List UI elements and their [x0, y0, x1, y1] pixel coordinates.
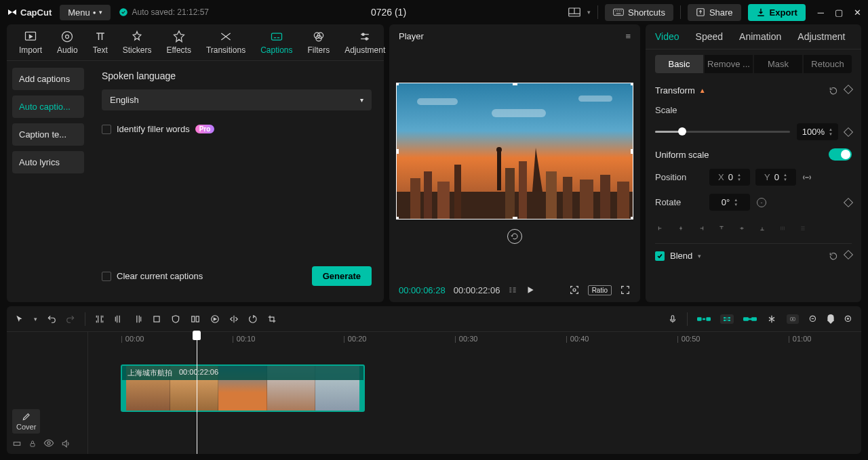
tab-import[interactable]: Import [12, 28, 49, 56]
zoom-out-icon[interactable] [808, 314, 818, 324]
keyframe-icon[interactable] [844, 197, 853, 207]
snap-icon[interactable] [766, 314, 777, 324]
timeline-ruler[interactable]: 00:00 00:10 00:20 00:30 00:40 00:50 01:0… [88, 332, 861, 347]
subtab-basic[interactable]: Basic [655, 55, 703, 73]
blend-toggle[interactable]: Blend ▾ [655, 251, 701, 261]
chevron-down-icon[interactable]: ▾ [34, 316, 37, 322]
player-canvas[interactable] [389, 48, 640, 278]
subtab-remove[interactable]: Remove ... [705, 55, 753, 73]
resize-handle[interactable] [513, 217, 517, 219]
language-select[interactable]: English ▾ [102, 89, 372, 110]
align-right-icon[interactable] [696, 223, 707, 234]
list-icon[interactable] [508, 285, 517, 295]
tab-transitions[interactable]: Transitions [199, 28, 252, 56]
magnet-main-icon[interactable] [697, 315, 711, 323]
track-collapse-icon[interactable] [12, 439, 22, 448]
link-clips-icon[interactable] [743, 315, 757, 323]
position-y-input[interactable]: Y0▲▼ [755, 169, 796, 186]
scale-value[interactable]: 100% ▲▼ [797, 123, 838, 140]
lock-icon[interactable] [28, 439, 37, 448]
subtab-retouch[interactable]: Retouch [804, 55, 852, 73]
trim-right-icon[interactable] [133, 314, 142, 325]
tab-adjustment[interactable]: Adjustment [338, 28, 392, 56]
identify-filler-toggle[interactable]: Identify filler words Pro [102, 124, 372, 134]
ratio-button[interactable]: Ratio [588, 285, 612, 295]
resize-handle[interactable] [396, 83, 399, 85]
reset-icon[interactable] [829, 251, 838, 261]
scan-icon[interactable] [569, 285, 580, 295]
keyframe-icon[interactable] [844, 127, 853, 136]
tab-speed-inspector[interactable]: Speed [696, 31, 723, 42]
chevron-down-icon[interactable]: ▾ [587, 9, 591, 16]
resize-handle[interactable] [396, 149, 399, 154]
maximize-button[interactable]: ▢ [835, 7, 843, 18]
cursor-tool-icon[interactable] [15, 314, 24, 324]
mic-icon[interactable] [668, 314, 677, 324]
tab-text[interactable]: Text [86, 28, 115, 56]
preview-mode-icon[interactable] [787, 314, 799, 324]
layout-icon[interactable] [568, 7, 580, 17]
shortcuts-button[interactable]: Shortcuts [605, 4, 673, 21]
tab-captions[interactable]: Captions [254, 28, 299, 56]
generate-button[interactable]: Generate [312, 266, 372, 286]
resize-handle[interactable] [513, 83, 517, 85]
tab-stickers[interactable]: Stickers [116, 28, 159, 56]
sidebar-auto-lyrics[interactable]: Auto lyrics [12, 151, 84, 173]
uniform-scale-toggle[interactable] [829, 148, 852, 161]
subtab-mask[interactable]: Mask [754, 55, 802, 73]
playhead[interactable] [197, 332, 197, 454]
sidebar-auto-captions[interactable]: Auto captio... [12, 96, 84, 118]
eye-icon[interactable] [43, 439, 54, 447]
magnet-auto-icon[interactable] [720, 314, 734, 324]
align-hcenter-icon[interactable] [675, 223, 686, 234]
clear-captions-toggle[interactable]: Clear current captions [102, 271, 203, 281]
zoom-slider-thumb[interactable] [827, 314, 834, 324]
video-clip[interactable]: 上海城市航拍 00:00:22:06 [121, 364, 365, 412]
speaker-icon[interactable] [61, 439, 71, 448]
zoom-in-icon[interactable] [844, 314, 853, 324]
play-icon[interactable] [526, 285, 535, 295]
crop-tool-icon[interactable] [267, 314, 277, 324]
undo-icon[interactable] [47, 314, 56, 324]
shield-icon[interactable] [171, 314, 180, 324]
redo-icon[interactable] [66, 314, 75, 324]
resize-handle[interactable] [631, 83, 633, 85]
crop-icon[interactable] [152, 314, 161, 324]
align-vcenter-icon[interactable] [736, 223, 747, 234]
transform-section-title[interactable]: Transform ▲ [655, 85, 706, 96]
keyframe-icon[interactable] [844, 249, 853, 259]
export-button[interactable]: Export [748, 4, 806, 21]
keyframe-icon[interactable] [844, 84, 853, 93]
align-top-icon[interactable] [716, 223, 727, 234]
sidebar-add-captions[interactable]: Add captions [12, 68, 84, 90]
sidebar-caption-templates[interactable]: Caption te... [12, 123, 84, 146]
resize-handle[interactable] [631, 217, 633, 219]
scale-slider[interactable] [655, 131, 790, 133]
tab-effects[interactable]: Effects [159, 28, 197, 56]
close-button[interactable]: ✕ [854, 7, 861, 18]
align-left-icon[interactable] [655, 223, 666, 234]
trim-left-icon[interactable] [114, 314, 123, 325]
tab-filters[interactable]: Filters [301, 28, 337, 56]
fullscreen-icon[interactable] [620, 285, 631, 295]
cover-button[interactable]: Cover [12, 409, 40, 434]
timeline-tracks[interactable]: 00:00 00:10 00:20 00:30 00:40 00:50 01:0… [88, 332, 861, 454]
tab-animation[interactable]: Animation [739, 31, 781, 42]
link-xy-icon[interactable] [802, 172, 812, 183]
split-icon[interactable] [95, 314, 104, 325]
reverse-icon[interactable] [210, 314, 220, 324]
columns-icon[interactable] [190, 314, 201, 324]
tab-video[interactable]: Video [655, 31, 679, 42]
minimize-button[interactable]: ─ [818, 7, 824, 18]
position-x-input[interactable]: X0▲▼ [709, 169, 750, 186]
resize-handle[interactable] [631, 149, 633, 154]
tab-audio[interactable]: Audio [50, 28, 85, 56]
align-bottom-icon[interactable] [757, 223, 768, 234]
share-button[interactable]: Share [688, 4, 741, 21]
player-menu-icon[interactable]: ≡ [625, 31, 631, 41]
rotate-dial-icon[interactable]: - [757, 198, 766, 207]
video-preview[interactable] [396, 83, 633, 219]
rotate-icon[interactable] [248, 314, 258, 324]
refresh-button[interactable] [507, 229, 522, 244]
mirror-icon[interactable] [229, 314, 239, 324]
